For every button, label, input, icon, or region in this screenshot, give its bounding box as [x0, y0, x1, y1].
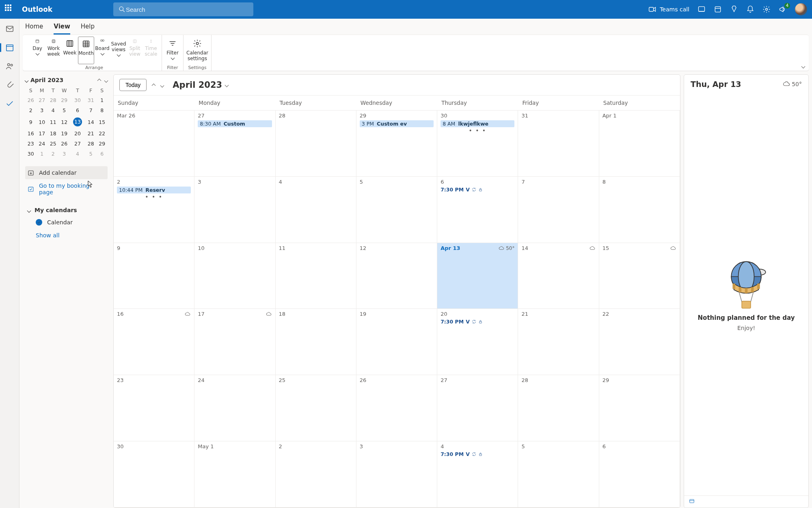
minical-day[interactable]: 28	[48, 95, 58, 105]
minical-day[interactable]: 14	[85, 115, 96, 128]
minical-day[interactable]: 23	[25, 139, 36, 149]
calendar-cell[interactable]: 5	[518, 441, 599, 508]
calendar-cell[interactable]: 15	[599, 243, 680, 309]
calendar-cell[interactable]: 9	[114, 243, 194, 309]
minical-day[interactable]: 9	[25, 115, 36, 128]
minical-day[interactable]: 18	[48, 128, 58, 139]
todo-icon[interactable]	[5, 99, 14, 108]
calendar-cell[interactable]: 18	[276, 309, 356, 375]
calendar-cell[interactable]: 19	[356, 309, 437, 375]
add-calendar-button[interactable]: Add calendar	[25, 166, 108, 179]
calendar-cell[interactable]: 5	[356, 177, 437, 243]
calendar-cell[interactable]: Mar 26	[114, 111, 194, 177]
view-day-button[interactable]: Day	[29, 37, 45, 64]
minical-day[interactable]: 8	[96, 105, 108, 115]
minical-day[interactable]: 6	[70, 105, 85, 115]
mail-icon[interactable]	[5, 24, 14, 33]
calendar-cell[interactable]: 12	[356, 243, 437, 309]
tab-home[interactable]: Home	[25, 23, 43, 35]
event-chip[interactable]: 3 PM Custom ev	[360, 120, 434, 127]
calendar-cell[interactable]: Apr 1	[599, 111, 680, 177]
calendar-item[interactable]: Calendar	[25, 216, 108, 229]
calendar-cell[interactable]: May 1	[194, 441, 275, 508]
minical-day[interactable]: 24	[36, 139, 47, 149]
calendar-cell[interactable]: 308 AM lkwjeflkwe• • •	[437, 111, 518, 177]
minical-prev-icon[interactable]	[98, 77, 101, 83]
minical-day[interactable]: 11	[48, 115, 58, 128]
minical-day[interactable]: 15	[96, 115, 108, 128]
calendar-cell[interactable]: 28	[276, 111, 356, 177]
minical-day[interactable]: 30	[70, 95, 85, 105]
view-board-button[interactable]: Board	[94, 37, 110, 64]
calendar-cell[interactable]: 207:30 PM V	[437, 309, 518, 375]
show-all-button[interactable]: Show all	[25, 229, 108, 242]
calendar-cell[interactable]: 6	[599, 441, 680, 508]
minical-day[interactable]: 16	[25, 128, 36, 139]
calendar-cell[interactable]: 2	[276, 441, 356, 508]
calendar-cell[interactable]: 278:30 AM Custom	[194, 111, 275, 177]
lightbulb-icon[interactable]	[730, 5, 738, 13]
minical-day[interactable]: 29	[96, 139, 108, 149]
calendar-cell[interactable]: 210:44 PM Reserv• • •	[114, 177, 194, 243]
minical-day[interactable]: 5	[85, 149, 96, 159]
tab-view[interactable]: View	[54, 23, 70, 35]
minical-day[interactable]: 12	[58, 115, 69, 128]
calendar-cell[interactable]: 25	[276, 375, 356, 441]
calendar-cell[interactable]: 11	[276, 243, 356, 309]
calendar-cell[interactable]: 24	[194, 375, 275, 441]
more-events-icon[interactable]: • • •	[441, 127, 514, 134]
search-input[interactable]	[126, 6, 248, 13]
calendar-cell[interactable]: 14	[518, 243, 599, 309]
footer-calendar-icon[interactable]	[688, 498, 695, 504]
next-month-icon[interactable]	[161, 82, 164, 88]
booking-page-button[interactable]: Go to my booking page	[25, 179, 108, 199]
calendar-cell[interactable]: 4	[276, 177, 356, 243]
minical-day[interactable]: 2	[25, 105, 36, 115]
event-link[interactable]: 7:30 PM V	[441, 319, 514, 325]
minical-day[interactable]: 26	[58, 139, 69, 149]
minical-day[interactable]: 7	[85, 105, 96, 115]
announce-icon[interactable]: 4	[779, 5, 787, 13]
minical-day[interactable]: 2	[48, 149, 58, 159]
minical-day[interactable]: 27	[36, 95, 47, 105]
calendar-cell[interactable]: Apr 1350°	[437, 243, 518, 309]
view-week-button[interactable]: Week	[62, 37, 78, 64]
calendar-cell[interactable]: 10	[194, 243, 275, 309]
event-chip[interactable]: 8 AM lkwjeflkwe	[441, 120, 514, 127]
minical-day[interactable]: 5	[58, 105, 69, 115]
calendar-cell[interactable]: 293 PM Custom ev	[356, 111, 437, 177]
day-icon[interactable]	[714, 5, 722, 13]
event-chip[interactable]: 10:44 PM Reserv	[117, 187, 191, 193]
calendar-cell[interactable]: 7	[518, 177, 599, 243]
minical-day[interactable]: 27	[70, 139, 85, 149]
calendar-cell[interactable]: 17	[194, 309, 275, 375]
prev-month-icon[interactable]	[152, 82, 155, 88]
minical-day[interactable]: 22	[96, 128, 108, 139]
minical-day[interactable]: 3	[36, 105, 47, 115]
minical-day[interactable]: 13	[70, 115, 85, 128]
files-icon[interactable]	[5, 80, 14, 89]
avatar[interactable]	[795, 3, 807, 15]
minical-next-icon[interactable]	[105, 77, 108, 83]
calendar-cell[interactable]: 27	[437, 375, 518, 441]
minical-day[interactable]: 4	[70, 149, 85, 159]
today-button[interactable]: Today	[119, 79, 147, 91]
calendar-cell[interactable]: 30	[114, 441, 194, 508]
saved-views-button[interactable]: Saved views	[110, 37, 127, 64]
teams-call-button[interactable]: Teams call	[648, 5, 689, 13]
minical-day[interactable]: 28	[85, 139, 96, 149]
minical-day[interactable]: 1	[96, 95, 108, 105]
minical-day[interactable]: 4	[48, 105, 58, 115]
people-icon[interactable]	[5, 62, 14, 71]
minical-day[interactable]: 29	[58, 95, 69, 105]
my-calendars-group[interactable]: My calendars	[25, 204, 108, 216]
minical-day[interactable]: 6	[96, 149, 108, 159]
minical-day[interactable]: 31	[85, 95, 96, 105]
calendar-cell[interactable]: 23	[114, 375, 194, 441]
calendar-cell[interactable]: 3	[356, 441, 437, 508]
calendar-icon[interactable]	[5, 43, 14, 52]
meet-now-icon[interactable]	[698, 5, 706, 13]
more-events-icon[interactable]: • • •	[117, 193, 191, 200]
view-month-button[interactable]: Month	[78, 37, 94, 64]
minical-day[interactable]: 1	[36, 149, 47, 159]
